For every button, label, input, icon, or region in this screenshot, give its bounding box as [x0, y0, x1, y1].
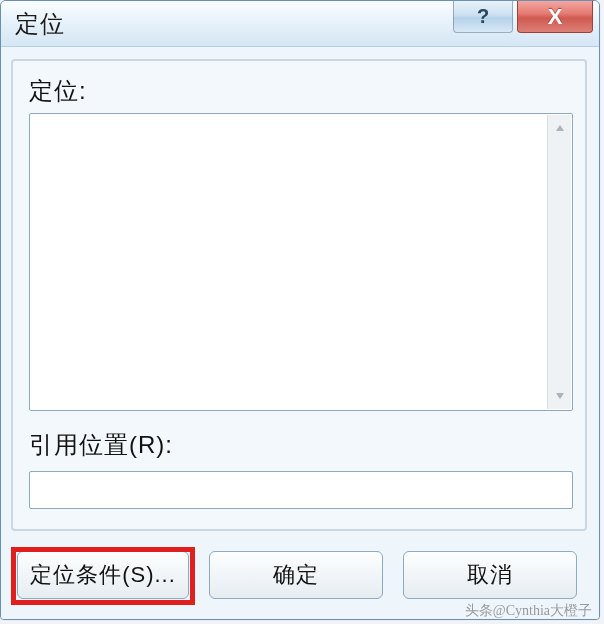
- reference-input[interactable]: [29, 471, 573, 509]
- scroll-up-button[interactable]: [548, 115, 571, 141]
- close-icon: X: [548, 4, 563, 30]
- titlebar: 定位 ? X: [1, 1, 599, 47]
- goto-label: 定位:: [29, 75, 571, 107]
- cancel-button[interactable]: 取消: [403, 551, 577, 599]
- ok-button[interactable]: 确定: [209, 551, 383, 599]
- chevron-up-icon: [554, 123, 566, 133]
- client-area: 定位: 引用位置(R): 定位条件(S)... 确定: [1, 47, 599, 619]
- titlebar-buttons: ? X: [453, 1, 593, 33]
- help-button[interactable]: ?: [453, 1, 513, 33]
- content-panel: 定位: 引用位置(R):: [11, 59, 587, 531]
- dialog-window: 定位 ? X 定位:: [0, 0, 600, 620]
- help-icon: ?: [477, 5, 489, 28]
- scrollbar[interactable]: [547, 115, 571, 409]
- special-button-label: 定位条件(S)...: [30, 560, 176, 590]
- ok-button-label: 确定: [273, 560, 319, 590]
- svg-marker-0: [556, 125, 564, 131]
- cancel-button-label: 取消: [467, 560, 513, 590]
- button-row: 定位条件(S)... 确定 取消: [17, 551, 585, 599]
- reference-label: 引用位置(R):: [29, 429, 571, 461]
- goto-listbox[interactable]: [29, 113, 573, 411]
- chevron-down-icon: [554, 391, 566, 401]
- special-button[interactable]: 定位条件(S)...: [17, 551, 189, 599]
- close-button[interactable]: X: [517, 1, 593, 33]
- goto-listbox-inner[interactable]: [31, 115, 546, 409]
- titlebar-title: 定位: [1, 8, 65, 40]
- scroll-down-button[interactable]: [548, 383, 571, 409]
- svg-marker-1: [556, 393, 564, 399]
